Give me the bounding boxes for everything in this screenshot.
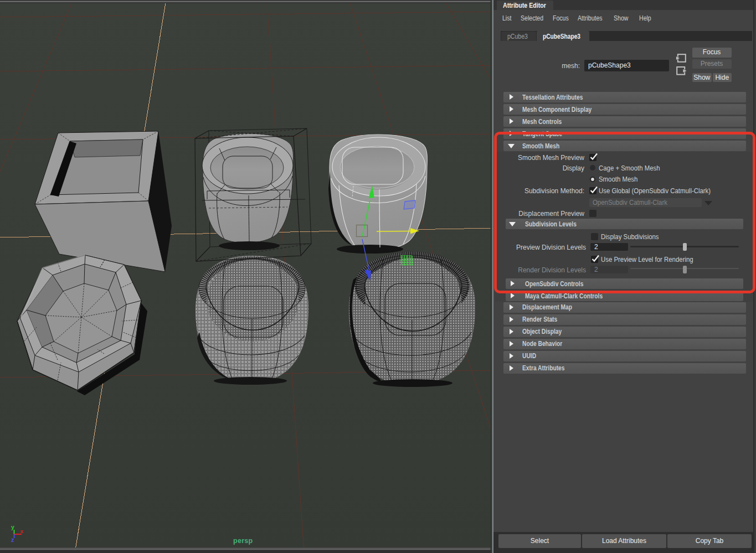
svg-text:persp: persp: [233, 537, 253, 545]
svg-text:y: y: [11, 524, 14, 530]
svg-text:z: z: [11, 536, 14, 543]
svg-text:x: x: [20, 528, 24, 534]
